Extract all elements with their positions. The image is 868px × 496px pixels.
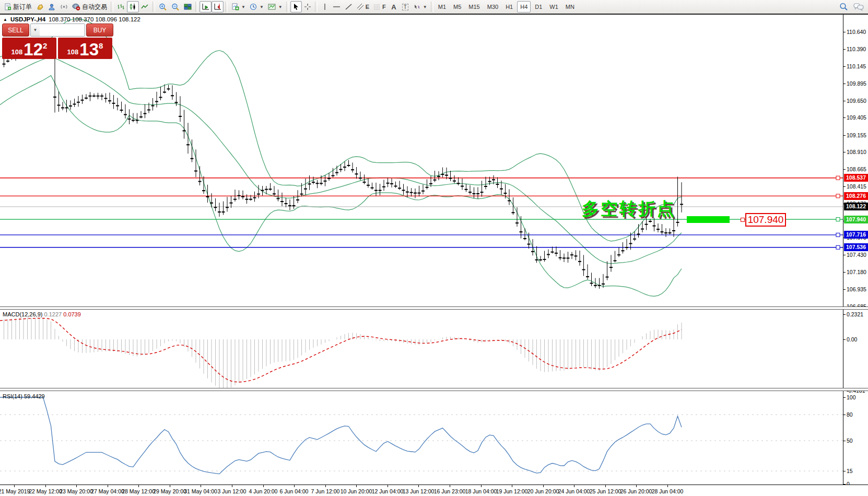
separator [286,2,289,12]
vertical-line-tool-button[interactable] [319,1,331,13]
axis-tick [843,152,846,152]
price-tick-label: 108.415 [847,183,866,190]
template-icon [268,3,276,10]
price-tick-label: 110.145 [847,63,866,69]
time-tick-label: 7 Jun 12:00 [311,488,340,494]
time-tick [636,485,637,487]
buy-price-point: 8 [99,41,103,50]
price-tick-label: 108.910 [847,149,866,155]
channel-tool-button[interactable]: E [355,1,371,13]
turning-point-annotation[interactable]: 多空转折点 [582,197,676,221]
timeframe-D1[interactable]: D1 [532,1,545,13]
axis-tick [843,415,846,415]
profile-button[interactable] [46,1,58,13]
zoom-in-button[interactable] [157,1,169,13]
sell-quote[interactable]: 108 12 2 [2,38,56,59]
axis-tick [843,49,846,50]
time-tick-label: 12 Jun 04:00 [372,488,404,494]
favorites-button[interactable] [34,1,46,13]
auto-trading-button[interactable]: 自动交易 [70,1,109,13]
timeframe-M5[interactable]: M5 [450,1,464,13]
timeframe-bar: M1M5M15M30H1H4D1W1MN [435,1,578,13]
dropdown-caret: ▼ [241,5,245,9]
indicator-tick-label: 100 [847,394,856,400]
axis-tick [843,84,846,84]
text-label-icon: T [402,4,408,10]
price-chart-canvas[interactable] [0,14,843,306]
crosshair-icon [304,3,311,10]
auto-scroll-button[interactable] [200,1,212,13]
volume-input[interactable] [40,24,85,36]
support-zone-rectangle[interactable] [687,216,730,223]
timeframe-M1[interactable]: M1 [435,1,449,13]
time-tick-label: 23 May 20:00 [60,488,93,494]
axis-tick [843,101,846,101]
macd-label: MACD(12,26,9) 0.1227 0.0739 [3,311,81,317]
indicator-tick-label: 15 [847,468,853,474]
time-tick-label: 28 May 12:00 [122,488,155,494]
price-callout-label[interactable]: 107.940 [745,213,786,227]
bar-chart-icon [117,3,125,10]
volume-decrease-button[interactable]: ▼ [31,24,40,36]
trendline-tool-button[interactable] [343,1,355,13]
search-icon[interactable] [839,3,848,11]
new-order-button[interactable]: 新订单 [2,1,34,13]
zoom-out-icon [171,3,180,11]
macd-name: MACD(12,26,9) [3,311,42,317]
time-tick-label: 19 Jun 12:00 [496,488,528,494]
time-tick [232,485,232,487]
time-tick-label: 27 May 04:00 [91,488,124,494]
arrows-tool-button[interactable]: ▼ [411,1,429,13]
timeframe-M15[interactable]: M15 [465,1,483,13]
zoom-out-button[interactable] [169,1,182,13]
indicators-button[interactable]: ▼ [229,1,248,13]
chat-icon[interactable] [853,3,864,11]
line-chart-mode-button[interactable] [139,1,151,13]
auto-scroll-icon [202,3,209,10]
time-tick-label: 6 Jun 04:00 [280,488,309,494]
ohlc-values: 108.370 108.370 108.096 108.122 [49,16,140,22]
fibonacci-tool-button[interactable]: F [371,1,388,13]
time-tick-label: 28 Jun 04:00 [652,488,684,494]
bar-chart-mode-button[interactable] [115,1,127,13]
tile-windows-button[interactable] [182,1,194,13]
buy-button[interactable]: BUY [86,23,113,37]
pane-resize-handle-rsi[interactable] [0,388,868,391]
collapse-arrow-icon[interactable]: ▲ [3,17,7,22]
time-tick [14,485,15,487]
crosshair-tool-button[interactable] [302,1,313,13]
callout-anchor-handle[interactable] [741,218,745,222]
rsi-value: 59.4429 [24,393,45,399]
auto-trading-icon [72,3,80,10]
text-tool-button[interactable]: A [388,1,400,13]
templates-button[interactable]: ▼ [266,1,285,13]
indicator-tick-label: 50 [847,438,853,444]
timeframe-MN[interactable]: MN [562,1,578,13]
text-label-tool-button[interactable]: T [400,1,411,13]
buy-price-pips: 13 [79,42,99,57]
new-order-label: 新订单 [13,3,32,11]
chart-shift-button[interactable] [212,1,224,13]
time-axis[interactable]: 21 May 201922 May 12:0023 May 20:0027 Ma… [0,485,868,496]
cursor-tool-button[interactable] [290,1,302,13]
periods-button[interactable]: ▼ [248,1,266,13]
macd-pane-canvas[interactable] [0,310,843,388]
buy-quote[interactable]: 108 13 8 [58,38,112,59]
rsi-pane-canvas[interactable] [0,392,843,485]
signals-button[interactable] [58,1,70,13]
timeframe-W1[interactable]: W1 [546,1,561,13]
pane-resize-handle-macd[interactable] [0,306,868,310]
price-axis[interactable]: 110.640110.390110.145109.895109.650109.4… [843,14,868,496]
timeframe-H1[interactable]: H1 [502,1,516,13]
time-tick [356,485,357,487]
one-click-trading-panel: SELL ▼ ▲ BUY 108 12 2 108 13 8 [2,23,113,59]
time-tick [170,485,170,487]
sell-button[interactable]: SELL [2,23,29,37]
vertical-line-icon [322,3,328,10]
candlestick-mode-button[interactable] [127,1,139,13]
sell-label: SELL [8,27,23,34]
axis-tick [843,314,846,315]
timeframe-M30[interactable]: M30 [484,1,501,13]
horizontal-line-tool-button[interactable] [331,1,343,13]
timeframe-H4[interactable]: H4 [517,1,531,13]
